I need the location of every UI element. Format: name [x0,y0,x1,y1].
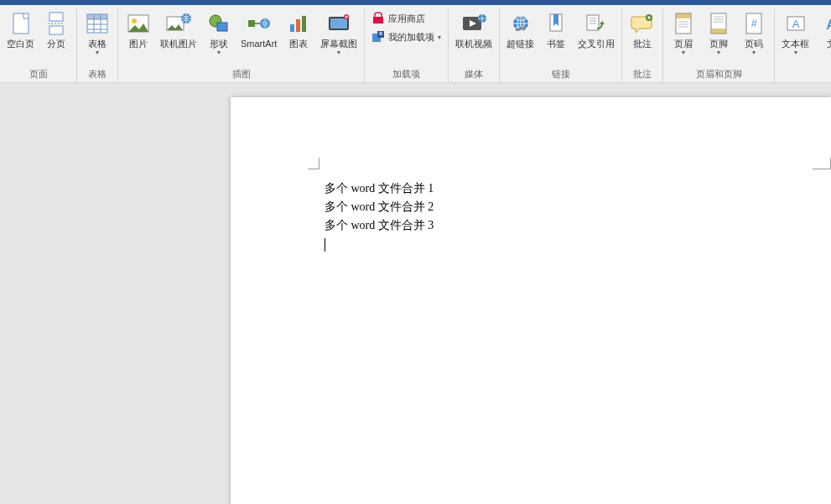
svg-text:A: A [792,18,800,30]
online-video-icon [460,10,487,37]
picture-icon [125,10,152,37]
page-break-label: 分页 [47,39,65,49]
shapes-label: 形状 [210,39,228,56]
bookmark-icon [543,10,569,37]
document-cursor-line[interactable] [325,235,434,255]
wordart-label: 文 [827,39,831,49]
bookmark-label: 书签 [547,39,565,49]
document-line[interactable]: 多个 word 文件合并 3 [325,216,434,235]
hyperlink-icon [507,10,534,37]
group-links: 超链接 书签 交叉引用 链接 [500,8,622,82]
group-text: A 文本框 A 文 [775,8,831,82]
store-icon [371,12,385,25]
store-label: 应用商店 [388,13,425,25]
svg-text:A: A [827,18,831,32]
textbox-label: 文本框 [782,39,809,56]
wordart-icon: A [818,10,831,37]
document-line[interactable]: 多个 word 文件合并 2 [325,198,434,216]
picture-button[interactable]: 图片 [122,8,155,51]
screenshot-icon [325,10,352,37]
screenshot-label: 屏幕截图 [320,39,357,56]
svg-rect-13 [290,24,294,32]
group-illustrations-label: 插图 [122,66,361,81]
group-media-label: 媒体 [452,66,496,81]
group-comment: 批注 批注 [622,8,663,82]
svg-rect-2 [49,26,63,34]
group-links-label: 链接 [503,66,618,81]
blank-page-icon [8,10,34,37]
hyperlink-button[interactable]: 超链接 [503,8,538,51]
my-addins-label: 我的加载项 [388,31,434,44]
svg-rect-1 [49,13,63,21]
group-headerfooter: 页眉 页脚 # 页码 页眉和页脚 [663,8,775,82]
svg-rect-4 [87,14,107,19]
store-button[interactable]: 应用商店 [368,10,444,27]
blank-page-label: 空白页 [7,39,34,49]
my-addins-icon [371,30,385,44]
table-button[interactable]: 表格 [81,8,114,58]
shapes-icon [205,10,232,37]
margin-mark-top-left [308,158,319,169]
page-number-label: 页码 [745,39,763,56]
group-addins: 应用商店 我的加载项 ▾ 加载项 [365,8,449,82]
svg-rect-11 [248,20,255,27]
page-break-button[interactable]: 分页 [39,8,73,51]
textbox-icon: A [782,10,809,37]
picture-label: 图片 [129,39,148,49]
blank-page-button[interactable]: 空白页 [3,8,38,51]
table-icon [84,10,111,37]
online-picture-label: 联机图片 [160,39,197,49]
svg-rect-10 [217,23,227,31]
bookmark-button[interactable]: 书签 [539,8,573,51]
header-icon [670,10,697,37]
online-video-button[interactable]: 联机视频 [452,8,496,51]
chart-label: 图表 [289,39,308,49]
text-cursor [325,238,325,252]
cross-reference-button[interactable]: 交叉引用 [574,8,618,51]
group-headerfooter-label: 页眉和页脚 [667,66,771,81]
group-table-label: 表格 [81,66,114,81]
document-body[interactable]: 多个 word 文件合并 1 多个 word 文件合并 2 多个 word 文件… [325,179,434,255]
shapes-button[interactable]: 形状 [202,8,236,58]
online-picture-button[interactable]: 联机图片 [157,8,200,51]
header-label: 页眉 [674,39,693,56]
page-break-icon [43,10,70,37]
svg-point-6 [132,18,137,23]
my-addins-button[interactable]: 我的加载项 ▾ [368,29,444,45]
smartart-icon [246,10,273,37]
textbox-button[interactable]: A 文本框 [778,8,813,58]
smartart-label: SmartArt [241,39,277,49]
cross-reference-label: 交叉引用 [578,39,615,49]
document-area[interactable]: 多个 word 文件合并 1 多个 word 文件合并 2 多个 word 文件… [0,84,831,504]
screenshot-button[interactable]: 屏幕截图 [317,8,361,58]
svg-rect-26 [587,15,599,30]
table-label: 表格 [88,39,106,56]
hyperlink-label: 超链接 [506,39,534,49]
dropdown-arrow-icon: ▾ [438,34,441,41]
margin-mark-top-right [813,158,831,169]
ribbon: 空白页 分页 页面 表格 表格 [0,5,831,83]
group-illustrations: 图片 联机图片 形状 SmartArt [118,8,365,82]
online-picture-icon [165,10,192,37]
page-number-icon: # [740,10,767,37]
page-number-button[interactable]: # 页码 [737,8,771,58]
comment-label: 批注 [633,39,652,49]
group-addins-label: 加载项 [368,66,444,81]
svg-rect-17 [330,18,347,29]
chart-button[interactable]: 图表 [282,8,315,51]
wordart-button[interactable]: A 文 [814,8,831,51]
group-media: 联机视频 媒体 [449,8,500,82]
document-page[interactable]: 多个 word 文件合并 1 多个 word 文件合并 2 多个 word 文件… [231,97,831,504]
header-button[interactable]: 页眉 [667,8,700,58]
document-line[interactable]: 多个 word 文件合并 1 [325,179,434,198]
comment-button[interactable]: 批注 [626,8,659,51]
online-video-label: 联机视频 [455,39,492,49]
group-table: 表格 表格 [77,8,118,82]
chart-icon [285,10,312,37]
smartart-button[interactable]: SmartArt [237,8,280,51]
footer-label: 页脚 [709,39,728,56]
footer-icon [705,10,732,37]
group-comment-label: 批注 [626,66,659,81]
footer-button[interactable]: 页脚 [702,8,735,58]
svg-rect-0 [13,13,29,34]
